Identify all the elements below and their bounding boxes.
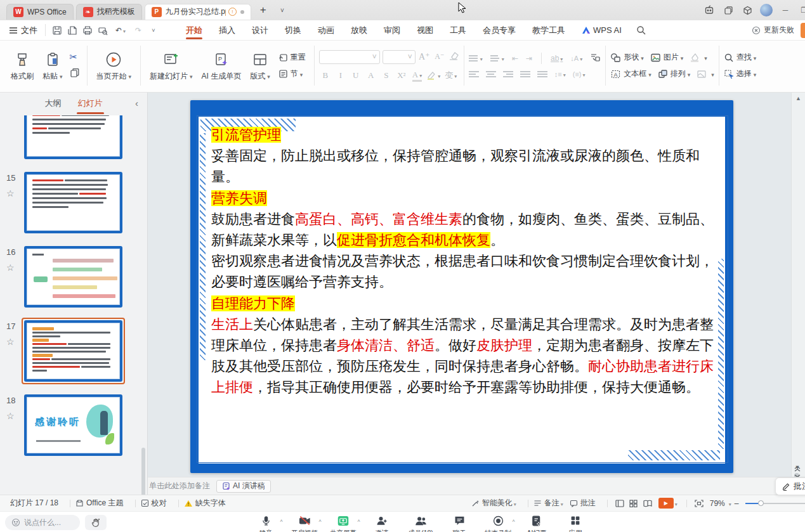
update-failed-status[interactable]: 更新失败 <box>752 25 794 36</box>
save-icon[interactable] <box>49 23 65 38</box>
text-effects-button[interactable]: 变 <box>445 70 457 81</box>
chevron-up-icon[interactable]: ˄ <box>357 518 360 524</box>
meeting-mic-button[interactable]: 静音˄ <box>247 514 284 532</box>
font-style-i-button[interactable]: I <box>334 70 347 81</box>
undo-button[interactable]: ↶ <box>110 23 131 38</box>
menu-item[interactable]: 动画 <box>310 20 343 41</box>
slide-thumbnail[interactable]: 感谢聆听 <box>24 394 122 456</box>
new-slide-button[interactable]: 新建幻灯片 <box>145 49 197 83</box>
search-icon[interactable] <box>634 23 649 38</box>
align-center-icon[interactable] <box>486 70 496 79</box>
theme-indicator[interactable]: Office 主题 <box>75 498 123 509</box>
text-direction-button[interactable]: ab <box>551 54 563 63</box>
windows-stack-icon[interactable] <box>719 1 738 20</box>
ai-generate-page-button[interactable]: P AI 生成单页 <box>197 49 246 83</box>
font-style-b-button[interactable]: B <box>319 70 332 81</box>
slide-star-toggle[interactable]: ☆ <box>6 411 23 421</box>
normal-view-button[interactable] <box>613 498 627 509</box>
slide-sorter-view-button[interactable] <box>627 498 641 509</box>
find-button[interactable]: 查找 <box>724 52 757 63</box>
justify-icon[interactable] <box>520 70 530 79</box>
zoom-out-button[interactable]: − <box>734 498 739 509</box>
avatar[interactable] <box>757 1 776 20</box>
menu-item[interactable]: 审阅 <box>376 20 409 41</box>
slide-thumbnail[interactable] <box>24 115 122 159</box>
chevron-up-icon[interactable]: ˄ <box>512 518 515 524</box>
decrease-indent-icon[interactable]: ⇤ <box>512 54 518 63</box>
redo-button[interactable]: ↷ <box>131 23 146 38</box>
clear-format-icon[interactable] <box>448 51 459 63</box>
missing-font-warning[interactable]: 缺失字体 <box>184 498 226 509</box>
notes-toggle-button[interactable]: 备注 <box>533 498 563 509</box>
smart-beautify-button[interactable]: 智能美化 <box>471 498 516 509</box>
slide-canvas[interactable]: 引流管护理妥善固定，防止脱出或移位，保持管腔通畅，观察引流液或尿液的颜色、性质和… <box>190 100 733 473</box>
reading-view-button[interactable] <box>641 498 655 509</box>
slide-thumbnail[interactable] <box>24 246 122 308</box>
slideshow-button[interactable]: ▶ <box>658 498 677 509</box>
new-tab-button[interactable]: + <box>254 1 273 20</box>
textbox-button[interactable]: A 文本框 <box>610 68 651 79</box>
shapes-button[interactable]: 形状 <box>610 52 644 63</box>
meeting-chat-button[interactable]: 聊天 <box>441 514 478 532</box>
slide-star-toggle[interactable]: ☆ <box>6 263 23 273</box>
proofing-button[interactable]: 校对 <box>141 498 167 509</box>
line-spacing-button[interactable]: ↕≡ <box>554 70 566 78</box>
menu-item[interactable]: 插入 <box>211 20 244 41</box>
edge-panel-button[interactable] <box>801 23 805 38</box>
tab-docer-template[interactable]: ❧ 找稻壳模板 <box>76 4 142 20</box>
font-style-x2-button[interactable]: X² <box>395 70 408 81</box>
meeting-ai-notes-button[interactable]: AI纪要 <box>518 514 555 532</box>
meeting-record-stop-button[interactable]: 结束录制˄ <box>480 514 516 532</box>
menu-item[interactable]: 教学工具 <box>524 20 573 41</box>
font-color-button[interactable]: A <box>412 70 422 82</box>
chevron-up-icon[interactable]: ˄ <box>318 518 322 524</box>
menu-item[interactable]: 会员专享 <box>474 20 524 41</box>
font-style-u-button[interactable]: U <box>350 70 362 81</box>
tab-wps-office[interactable]: W WPS Office <box>6 4 74 20</box>
menu-item[interactable]: 放映 <box>343 20 376 41</box>
numbering-button[interactable] <box>490 54 504 63</box>
file-menu[interactable]: 文件 <box>0 25 41 36</box>
fill-color-button[interactable] <box>690 53 707 62</box>
slide-thumbnail[interactable] <box>24 172 122 233</box>
menu-item[interactable]: 工具 <box>442 20 474 41</box>
increase-indent-icon[interactable]: ⇥ <box>526 54 532 63</box>
collapse-panel-icon[interactable]: ‹ <box>135 98 138 108</box>
increase-font-icon[interactable]: A⁺ <box>418 51 431 62</box>
cut-button[interactable]: ✂ <box>70 51 80 63</box>
distribute-icon[interactable] <box>537 70 547 79</box>
section-button[interactable]: 节 <box>278 68 306 79</box>
font-style-s-button[interactable]: S <box>380 70 393 81</box>
meeting-screen-share-button[interactable]: 共享屏幕˄ <box>325 514 362 532</box>
meeting-apps-button[interactable]: 应用 <box>557 514 594 532</box>
play-from-current-button[interactable]: 当页开始 <box>92 49 136 83</box>
slide-thumbnail[interactable] <box>24 320 122 382</box>
chevron-up-icon[interactable]: ˄ <box>280 518 283 524</box>
font-style-a-button[interactable]: A <box>365 70 377 81</box>
font-name-select[interactable]: ˅ <box>319 50 380 64</box>
ai-speech-button[interactable]: AI 演讲稿 <box>216 480 271 493</box>
arrange-button[interactable]: 排列 <box>658 68 691 79</box>
notes-placeholder[interactable]: 单击此处添加备注 <box>149 481 210 491</box>
zoom-slider[interactable] <box>745 499 800 508</box>
print-icon[interactable] <box>80 23 95 38</box>
select-button[interactable]: 选择 <box>724 68 757 79</box>
picture-button[interactable]: 图片 <box>650 52 684 63</box>
tab-document[interactable]: P 九月份实习总结.pptx ! <box>145 4 251 20</box>
meeting-camera-off-button[interactable]: 开启视频˄ <box>286 514 323 532</box>
menu-item[interactable]: 视图 <box>409 20 442 41</box>
raise-hand-button[interactable] <box>85 515 107 530</box>
tab-list-dropdown[interactable]: ˅ <box>273 1 292 20</box>
vertical-text-button[interactable]: ↓A <box>570 55 582 62</box>
tab-slides[interactable]: 幻灯片 <box>77 95 104 112</box>
highlight-button[interactable] <box>426 71 440 80</box>
convert-smartart-icon[interactable] <box>590 53 601 64</box>
print-preview-icon[interactable] <box>95 23 110 38</box>
slide-star-toggle[interactable]: ☆ <box>6 188 23 198</box>
customize-toolbar-dropdown[interactable]: ˅ <box>146 23 161 38</box>
menu-wps-ai[interactable]: WPS AI <box>573 20 630 41</box>
align-left-icon[interactable] <box>469 70 479 79</box>
slide-star-toggle[interactable]: ☆ <box>6 337 23 347</box>
maximize-button[interactable]: ❐ <box>795 1 805 20</box>
align-right-icon[interactable] <box>503 70 513 79</box>
